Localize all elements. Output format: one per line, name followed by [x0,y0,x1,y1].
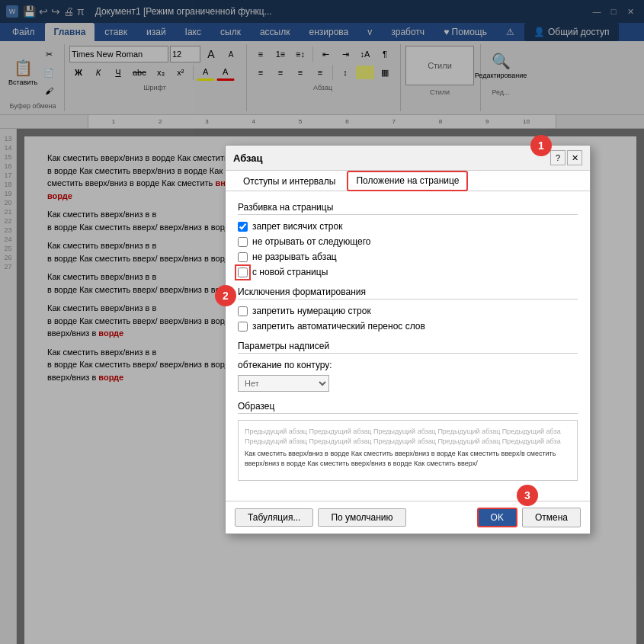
cb-row-1: запрет висячих строк [238,221,578,232]
sample-section: Образец Предыдущий абзац Предыдущий абза… [238,401,578,481]
wrapping-select[interactable]: Нет [238,375,329,392]
sample-box: Предыдущий абзац Предыдущий абзац Предыд… [238,420,578,481]
keep-lines-label: не разрывать абзац [252,252,337,262]
page-break-before-label: с новой страницы [252,267,328,277]
exceptions-section: Исключения форматирования запретить нуме… [238,287,578,332]
annotation-1: 1 [530,135,552,156]
modal-title: Абзац [233,152,263,164]
sample-current-text: Как сместить вверх/вниз в ворде Как смес… [245,449,571,468]
caption-row: обтекание по контуру: [238,360,578,370]
modal-body: Разбивка на страницы запрет висячих стро… [226,191,590,501]
page-breaks-section: Разбивка на страницы запрет висячих стро… [238,202,578,277]
annotation-2: 2 [215,285,236,306]
no-hyphenation-checkbox[interactable] [238,322,248,332]
cancel-button[interactable]: Отмена [522,508,581,527]
cb-row-5: запретить нумерацию строк [238,306,578,316]
default-button[interactable]: По умолчанию [318,508,405,527]
cb-row-2: не отрывать от следующего [238,236,578,247]
modal-close-button[interactable]: ✕ [567,150,582,165]
modal-footer: Табуляция... По умолчанию OK Отмена [226,501,590,533]
footer-right-buttons: OK Отмена [477,508,581,527]
tab-indents[interactable]: Отступы и интервалы [233,171,345,191]
textbox-section: Параметры надписей обтекание по контуру:… [238,341,578,392]
suppress-line-numbers-label: запретить нумерацию строк [252,306,371,316]
ok-button[interactable]: OK [477,508,517,527]
hanging-lines-checkbox[interactable] [238,222,248,232]
sample-title: Образец [238,401,578,414]
modal-title-buttons: ? ✕ [550,150,582,165]
modal-help-button[interactable]: ? [550,150,566,165]
tab-page-position[interactable]: Положение на странице [347,171,468,191]
cb-row-4: с новой страницы [238,267,578,277]
hanging-lines-label: запрет висячих строк [252,221,342,232]
caption-label: обтекание по контуру: [238,360,332,370]
tabulation-button[interactable]: Табуляция... [235,508,313,527]
page-break-before-checkbox[interactable] [238,268,248,277]
exceptions-title: Исключения форматирования [238,287,578,300]
cb-row-6: запретить автоматический перенос слов [238,321,578,332]
footer-left-buttons: Табуляция... По умолчанию [235,508,406,527]
textbox-title: Параметры надписей [238,341,578,354]
modal-overlay: Абзац ? ✕ Отступы и интервалы Положение … [0,0,644,644]
modal-tabs: Отступы и интервалы Положение на страниц… [226,171,590,191]
cb-row-3: не разрывать абзац [238,252,578,262]
paragraph-dialog: Абзац ? ✕ Отступы и интервалы Положение … [225,145,591,534]
page-breaks-title: Разбивка на страницы [238,202,578,215]
keep-lines-checkbox[interactable] [238,252,248,262]
sample-prev-text: Предыдущий абзац Предыдущий абзац Предыд… [245,427,571,446]
keep-with-next-label: не отрывать от следующего [252,236,370,247]
annotation-3: 3 [517,485,538,506]
keep-with-next-checkbox[interactable] [238,237,248,247]
suppress-line-numbers-checkbox[interactable] [238,306,248,316]
no-hyphenation-label: запретить автоматический перенос слов [252,321,425,332]
